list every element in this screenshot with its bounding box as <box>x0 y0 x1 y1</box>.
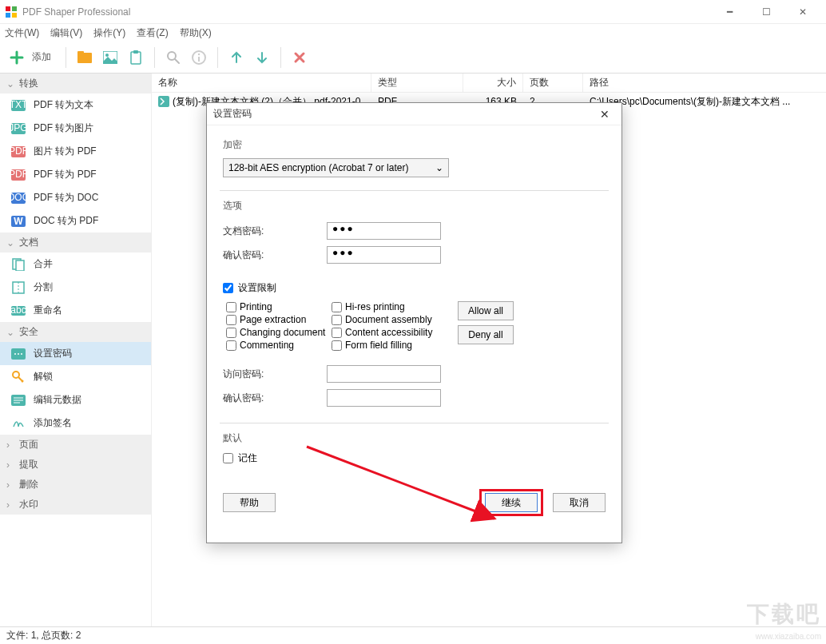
svg-rect-1 <box>12 6 17 11</box>
perm-hires-printing-checkbox[interactable] <box>332 302 342 312</box>
menu-edit[interactable]: 编辑(V) <box>50 26 82 40</box>
svg-text:JPG: JPG <box>11 123 26 133</box>
merge-icon <box>11 258 26 271</box>
up-arrow-icon[interactable] <box>226 47 247 68</box>
delete-icon[interactable] <box>289 47 310 68</box>
svg-rect-5 <box>77 51 84 55</box>
perm-content-accessibility-checkbox[interactable] <box>332 328 342 338</box>
menu-action[interactable]: 操作(Y) <box>93 26 125 40</box>
sidebar-group-convert[interactable]: ⌄转换 <box>0 74 151 93</box>
sidebar-group-security[interactable]: ⌄安全 <box>0 322 151 342</box>
col-size[interactable]: 大小 <box>463 74 523 92</box>
access-password-label: 访问密码: <box>223 368 327 381</box>
down-arrow-icon[interactable] <box>252 47 272 68</box>
paste-icon[interactable] <box>125 47 146 68</box>
sidebar-item-doc-to-pdf[interactable]: WDOC 转为 PDF <box>0 209 151 233</box>
sidebar-item-edit-metadata[interactable]: 编辑元数据 <box>0 388 151 411</box>
svg-rect-27 <box>16 260 24 271</box>
perm-changing-document-checkbox[interactable] <box>226 328 236 338</box>
window-title: PDF Shaper Professional <box>22 6 130 18</box>
add-button[interactable] <box>6 47 27 68</box>
encryption-select[interactable]: 128-bit AES encryption (Acrobat 7 or lat… <box>223 158 449 177</box>
sidebar-item-add-signature[interactable]: 添加签名 <box>0 411 151 435</box>
sidebar-item-pdf-to-text[interactable]: TXTPDF 转为文本 <box>0 93 151 117</box>
perm-document-assembly-checkbox[interactable] <box>332 315 342 325</box>
cancel-button[interactable]: 取消 <box>553 493 606 512</box>
titlebar: PDF Shaper Professional ━ ☐ ✕ <box>0 0 826 24</box>
maximize-button[interactable]: ☐ <box>748 0 784 24</box>
col-type[interactable]: 类型 <box>371 74 463 92</box>
close-button[interactable]: ✕ <box>784 0 821 24</box>
menu-file[interactable]: 文件(W) <box>5 26 39 40</box>
sidebar-group-extract[interactable]: ›提取 <box>0 455 151 475</box>
doc-icon: DOC <box>11 192 26 205</box>
set-password-dialog: 设置密码 ✕ 加密 128-bit AES encryption (Acroba… <box>206 102 622 543</box>
sidebar-item-pdf-to-doc[interactable]: DOCPDF 转为 DOC <box>0 186 151 209</box>
word-icon: W <box>11 215 26 228</box>
toolbar: 添加 <box>0 42 826 74</box>
perm-page-extraction-checkbox[interactable] <box>226 315 236 325</box>
remember-checkbox[interactable] <box>223 453 233 463</box>
access-password-input[interactable] <box>327 365 441 383</box>
set-restrictions-label: 设置限制 <box>238 281 276 295</box>
sidebar-item-pdf-to-image[interactable]: JPGPDF 转为图片 <box>0 117 151 140</box>
split-icon <box>11 281 26 294</box>
set-restrictions-checkbox[interactable] <box>223 283 233 293</box>
dialog-close-button[interactable]: ✕ <box>594 108 615 121</box>
chevron-down-icon: ⌄ <box>6 327 14 338</box>
statusbar: 文件: 1, 总页数: 2 <box>0 626 826 644</box>
svg-point-32 <box>14 353 16 355</box>
sidebar-group-delete[interactable]: ›删除 <box>0 475 151 495</box>
access-confirm-label: 确认密码: <box>223 392 327 405</box>
col-path[interactable]: 路径 <box>583 74 826 92</box>
dialog-titlebar: 设置密码 ✕ <box>207 103 621 125</box>
sidebar-group-label: 页面 <box>19 438 38 451</box>
chevron-down-icon: ⌄ <box>435 162 443 173</box>
minimize-button[interactable]: ━ <box>711 0 748 24</box>
sidebar-item-set-password[interactable]: 设置密码 <box>0 342 151 365</box>
image-icon[interactable] <box>100 47 121 68</box>
deny-all-button[interactable]: Deny all <box>458 325 514 344</box>
sidebar-group-watermark[interactable]: ›水印 <box>0 495 151 515</box>
sidebar-item-unlock[interactable]: 解锁 <box>0 365 151 388</box>
app-logo-icon <box>5 6 18 18</box>
menu-help[interactable]: 帮助(X) <box>180 26 212 40</box>
menubar: 文件(W) 编辑(V) 操作(Y) 查看(Z) 帮助(X) <box>0 24 826 42</box>
annotation-highlight: 继续 <box>479 489 543 516</box>
sidebar-group-label: 文档 <box>19 236 38 249</box>
allow-all-button[interactable]: Allow all <box>458 301 514 320</box>
sidebar-item-merge[interactable]: 合并 <box>0 252 151 276</box>
sidebar-group-label: 删除 <box>19 478 38 491</box>
chevron-right-icon: › <box>6 439 14 451</box>
sidebar-item-rename[interactable]: abc重命名 <box>0 299 151 322</box>
doc-password-input[interactable]: ●●● <box>327 222 441 240</box>
svg-rect-8 <box>131 52 141 64</box>
access-confirm-input[interactable] <box>327 389 441 407</box>
jpg-icon: JPG <box>11 122 26 135</box>
folder-icon[interactable] <box>74 47 95 68</box>
search-icon[interactable] <box>163 47 184 68</box>
svg-point-33 <box>18 353 19 355</box>
help-button[interactable]: 帮助 <box>223 493 276 512</box>
col-name[interactable]: 名称 <box>152 74 371 92</box>
confirm-password-input[interactable]: ●●● <box>327 246 441 264</box>
sidebar-item-split[interactable]: 分割 <box>0 276 151 299</box>
col-pages[interactable]: 页数 <box>523 74 583 92</box>
continue-button[interactable]: 继续 <box>485 493 538 512</box>
sidebar-item-image-to-pdf[interactable]: PDF图片 转为 PDF <box>0 140 151 163</box>
chevron-right-icon: › <box>6 479 14 491</box>
status-text: 文件: 1, 总页数: 2 <box>6 629 81 642</box>
perm-form-field-filling-checkbox[interactable] <box>332 340 342 351</box>
svg-rect-28 <box>13 282 24 293</box>
svg-text:DOC: DOC <box>11 193 26 203</box>
pdf-icon: PDF <box>11 169 26 181</box>
sidebar-group-document[interactable]: ⌄文档 <box>0 233 151 252</box>
defaults-label: 默认 <box>223 431 606 445</box>
sidebar-group-pages[interactable]: ›页面 <box>0 435 151 455</box>
perm-commenting-checkbox[interactable] <box>226 340 236 351</box>
sidebar-item-pdf-to-pdf[interactable]: PDFPDF 转为 PDF <box>0 163 151 186</box>
menu-view[interactable]: 查看(Z) <box>137 26 168 40</box>
txt-icon: TXT <box>11 99 26 112</box>
perm-printing-checkbox[interactable] <box>226 302 236 312</box>
info-icon[interactable] <box>189 47 209 68</box>
